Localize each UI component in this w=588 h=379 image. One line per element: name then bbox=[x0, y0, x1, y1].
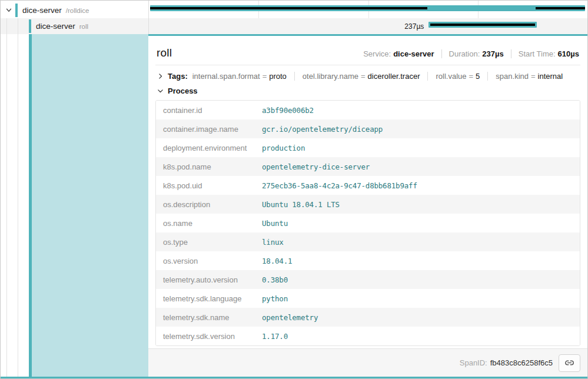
span-bar-roll[interactable] bbox=[428, 22, 537, 28]
spanid-value: fb483c8c6258f6c5 bbox=[490, 358, 553, 367]
table-row: os.version 18.04.1 bbox=[156, 251, 580, 270]
attribute-value: 275ecb36-5aa8-4c2a-9c47-d8bb681b9aff bbox=[262, 181, 417, 190]
tag-item: otel.library.name=diceroller.tracer bbox=[294, 72, 420, 81]
link-icon bbox=[564, 358, 574, 368]
attribute-key: container.id bbox=[163, 106, 262, 115]
table-row: telemetry.auto.version 0.38b0 bbox=[156, 270, 580, 289]
tag-value: diceroller.tracer bbox=[368, 72, 420, 81]
overview-value: dice-server bbox=[393, 49, 434, 58]
critical-path-segment bbox=[536, 7, 585, 9]
attribute-value: linux bbox=[262, 238, 284, 247]
tag-equals: = bbox=[361, 72, 366, 81]
service-color-bar bbox=[15, 4, 18, 17]
span-overview: Service:dice-server Duration:237µs Start… bbox=[363, 49, 579, 58]
attribute-value: 0.38b0 bbox=[262, 275, 288, 284]
tag-equals: = bbox=[469, 72, 474, 81]
indent-guide bbox=[6, 34, 7, 377]
attribute-key: k8s.pod.name bbox=[163, 162, 262, 171]
tag-key: roll.value bbox=[436, 72, 466, 81]
attribute-key: telemetry.sdk.language bbox=[163, 294, 262, 303]
span-bar-rolldice[interactable] bbox=[150, 5, 585, 11]
service-name: dice-server bbox=[22, 6, 62, 15]
attribute-value: Ubuntu 18.04.1 LTS bbox=[262, 200, 340, 209]
tag-equals: = bbox=[531, 72, 536, 81]
table-row: container.id a3bf90e006b2 bbox=[156, 101, 580, 119]
attribute-key: os.name bbox=[163, 219, 262, 228]
attribute-value: python bbox=[262, 294, 288, 303]
critical-path-segment bbox=[430, 24, 535, 26]
service-color-bar bbox=[29, 19, 31, 33]
span-detail-header: roll Service:dice-server Duration:237µs … bbox=[155, 41, 580, 65]
overview-label: Start Time: bbox=[519, 49, 556, 58]
operation-name: /rolldice bbox=[66, 7, 89, 14]
span-names-column: dice-server /rolldice dice-server roll bbox=[1, 1, 148, 34]
process-label: Process bbox=[168, 87, 198, 95]
overview-item: Start Time:610µs bbox=[511, 49, 579, 58]
operation-name: roll bbox=[79, 23, 88, 30]
attribute-key: telemetry.sdk.version bbox=[163, 332, 262, 341]
tag-value: proto bbox=[269, 72, 287, 81]
tags-accordion-toggle[interactable]: Tags: internal.span.format=proto otel.li… bbox=[155, 65, 580, 85]
attribute-key: os.type bbox=[163, 238, 262, 247]
process-attributes-table: container.id a3bf90e006b2 container.imag… bbox=[155, 100, 580, 346]
spanid-label: SpanID: bbox=[460, 358, 487, 367]
table-row: k8s.pod.name opentelemetry-dice-server bbox=[156, 157, 580, 176]
tag-key: otel.library.name bbox=[303, 72, 358, 81]
tag-equals: = bbox=[263, 72, 267, 81]
span-detail-content: roll Service:dice-server Duration:237µs … bbox=[148, 36, 587, 377]
table-row: telemetry.sdk.name opentelemetry bbox=[156, 308, 580, 327]
tag-item: internal.span.format=proto bbox=[192, 72, 287, 81]
attribute-value: opentelemetry bbox=[262, 313, 318, 322]
attribute-value: 18.04.1 bbox=[262, 257, 292, 265]
span-detail-footer: SpanID: fb483c8c6258f6c5 bbox=[148, 348, 587, 377]
span-row-roll-selected[interactable]: dice-server roll bbox=[1, 18, 148, 34]
overview-label: Service: bbox=[363, 49, 391, 58]
table-row: k8s.pod.uid 275ecb36-5aa8-4c2a-9c47-d8bb… bbox=[156, 176, 580, 195]
chevron-down-icon[interactable] bbox=[5, 6, 13, 14]
attribute-key: os.description bbox=[163, 200, 262, 209]
attribute-value: a3bf90e006b2 bbox=[262, 106, 314, 115]
table-row: container.image.name gcr.io/opentelemetr… bbox=[156, 119, 580, 138]
table-row: telemetry.sdk.language python bbox=[156, 289, 580, 308]
attribute-key: deployment.environment bbox=[163, 144, 262, 152]
indent-guide bbox=[18, 34, 18, 377]
attribute-key: k8s.pod.uid bbox=[163, 181, 262, 190]
tag-value: 5 bbox=[476, 72, 480, 81]
tag-item: span.kind=internal bbox=[487, 72, 563, 81]
expanded-row-left-band bbox=[1, 34, 148, 377]
overview-value: 610µs bbox=[558, 49, 579, 58]
indent-guide bbox=[6, 18, 7, 34]
span-row-rolldice[interactable]: dice-server /rolldice bbox=[1, 2, 148, 18]
attribute-key: telemetry.sdk.name bbox=[163, 313, 262, 322]
attribute-key: container.image.name bbox=[163, 125, 262, 134]
table-row: os.name Ubuntu bbox=[156, 214, 580, 232]
overview-value: 237µs bbox=[482, 49, 503, 58]
overview-label: Duration: bbox=[449, 49, 480, 58]
timeline-row-rolldice bbox=[149, 2, 587, 18]
trace-timeline-window: dice-server /rolldice dice-server roll 2… bbox=[0, 0, 588, 379]
tag-item: roll.value=5 bbox=[427, 72, 480, 81]
attribute-value: 1.17.0 bbox=[262, 332, 288, 341]
attribute-value: production bbox=[262, 144, 305, 152]
chevron-down-icon bbox=[157, 87, 164, 95]
table-row: telemetry.sdk.version 1.17.0 bbox=[156, 327, 580, 345]
tag-key: internal.span.format bbox=[192, 72, 260, 81]
tags-summary: internal.span.format=proto otel.library.… bbox=[192, 72, 563, 81]
attribute-key: os.version bbox=[163, 257, 262, 265]
timeline-row-roll: 237µs bbox=[149, 18, 587, 34]
copy-deep-link-button[interactable] bbox=[559, 354, 580, 372]
attribute-key: telemetry.auto.version bbox=[163, 275, 262, 284]
selected-span-tint bbox=[32, 34, 148, 377]
span-title: roll bbox=[157, 46, 172, 59]
attribute-value: gcr.io/opentelemetry/diceapp bbox=[262, 125, 383, 134]
process-accordion-toggle[interactable]: Process bbox=[155, 85, 580, 100]
chevron-right-icon bbox=[157, 72, 164, 80]
tag-value: internal bbox=[538, 72, 563, 81]
table-row: os.type linux bbox=[156, 232, 580, 251]
span-duration-label: 237µs bbox=[404, 22, 424, 31]
timeline-column: 237µs bbox=[148, 1, 587, 34]
overview-item: Service:dice-server bbox=[363, 49, 434, 58]
attribute-value: Ubuntu bbox=[262, 219, 288, 228]
trace-bottom-accent-line bbox=[1, 377, 587, 378]
service-name: dice-server bbox=[36, 22, 75, 31]
